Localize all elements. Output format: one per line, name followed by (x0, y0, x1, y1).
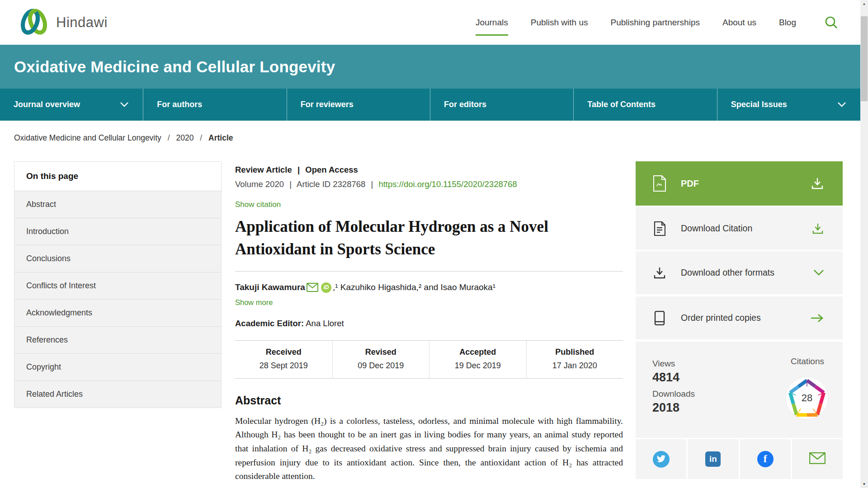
citation-file-icon (653, 221, 666, 236)
author-takuji-kawamura[interactable]: Takuji Kawamura (235, 282, 305, 292)
date-accepted: Accepted 19 Dec 2019 (429, 341, 526, 378)
share-twitter-button[interactable] (636, 439, 686, 479)
chevron-down-icon (120, 102, 128, 107)
journal-title: Oxidative Medicine and Cellular Longevit… (14, 58, 335, 76)
breadcrumb-year[interactable]: 2020 (176, 133, 194, 142)
date-received: Received 28 Sept 2019 (235, 341, 332, 378)
author-rest: ,¹ Kazuhiko Higashida,² and Isao Muraoka… (333, 282, 495, 292)
chevron-down-icon (838, 102, 846, 107)
breadcrumb-journal[interactable]: Oxidative Medicine and Cellular Longevit… (14, 133, 161, 142)
book-icon (653, 311, 666, 325)
toc-item-references[interactable]: References (14, 326, 221, 353)
on-this-page-title: On this page (14, 162, 221, 191)
order-printed-copies-button[interactable]: Order printed copies (636, 296, 843, 339)
date-published: Published 17 Jan 2020 (526, 341, 623, 378)
hindawi-logo[interactable]: Hindawi (18, 8, 108, 38)
share-facebook-button[interactable]: f (740, 439, 791, 479)
jnav-special-issues[interactable]: Special Issues (717, 89, 860, 121)
article-title: Application of Molecular Hydrogen as a N… (235, 216, 623, 261)
abstract-text: Molecular hydrogen (H₂) is a colorless, … (235, 414, 623, 483)
journal-banner: Oxidative Medicine and Cellular Longevit… (0, 45, 860, 89)
toc-item-introduction[interactable]: Introduction (14, 218, 221, 245)
show-more-link[interactable]: Show more (235, 298, 273, 307)
nav-journals[interactable]: Journals (476, 11, 508, 34)
journal-nav: Journal overview For authors For reviewe… (0, 89, 860, 121)
jnav-for-editors[interactable]: For editors (430, 89, 574, 121)
date-revised: Revised 09 Dec 2019 (332, 341, 429, 378)
altmetric-score: 28 (785, 376, 829, 420)
toc-item-abstract[interactable]: Abstract (14, 191, 221, 218)
site-header: Hindawi Journals Publish with us Publish… (0, 0, 860, 45)
download-citation-button[interactable]: Download Citation (636, 207, 843, 250)
download-icon (812, 223, 824, 235)
toc-item-acknowledgments[interactable]: Acknowledgments (14, 299, 221, 326)
on-this-page-panel: On this page Abstract Introduction Concl… (14, 161, 222, 408)
social-share-row: in f (636, 439, 843, 479)
top-nav: Journals Publish with us Publishing part… (476, 11, 839, 34)
altmetric-badge[interactable]: 28 (785, 376, 829, 420)
toc-item-conclusions[interactable]: Conclusions (14, 245, 221, 272)
nav-about-us[interactable]: About us (722, 11, 756, 34)
nav-publish-with-us[interactable]: Publish with us (531, 11, 588, 34)
citations-label: Citations (791, 357, 824, 366)
page-scrollbar[interactable]: ▲ ▼ (860, 0, 868, 488)
doi-link[interactable]: https://doi.org/10.1155/2020/2328768 (378, 179, 517, 189)
hindawi-logo-text: Hindawi (56, 14, 108, 31)
email-author-icon[interactable] (307, 283, 318, 292)
academic-editor-name: Ana Lloret (306, 319, 344, 328)
email-icon (809, 452, 826, 466)
show-citation-link[interactable]: Show citation (235, 200, 281, 209)
scrollbar-down-arrow[interactable]: ▼ (860, 480, 868, 488)
jnav-for-authors[interactable]: For authors (143, 89, 287, 121)
article-meta-line: Volume 2020 | Article ID 2328768 | https… (235, 179, 623, 189)
toc-item-related-articles[interactable]: Related Articles (14, 380, 221, 408)
chevron-down-icon (814, 270, 824, 276)
article-type-line: Review Article | Open Access (235, 165, 623, 175)
title-divider (235, 271, 623, 272)
breadcrumb-article: Article (208, 133, 233, 142)
academic-editor-line: Academic Editor: Ana Lloret (235, 319, 623, 328)
search-icon[interactable] (824, 15, 839, 30)
download-icon (811, 177, 824, 190)
article-main: Review Article | Open Access Volume 2020… (235, 161, 623, 483)
metrics-panel: Views 4814 Downloads 2018 Citations (636, 342, 843, 438)
abstract-heading: Abstract (235, 394, 623, 407)
linkedin-icon: in (705, 451, 721, 467)
scrollbar-thumb[interactable] (861, 16, 868, 101)
pdf-download-button[interactable]: PDF (636, 161, 843, 206)
scrollbar-up-arrow[interactable]: ▲ (860, 0, 868, 8)
download-tray-icon (653, 267, 666, 279)
toc-item-copyright[interactable]: Copyright (14, 353, 221, 380)
nav-blog[interactable]: Blog (779, 11, 796, 34)
share-email-button[interactable] (792, 439, 843, 479)
toc-item-conflicts[interactable]: Conflicts of Interest (14, 272, 221, 299)
dates-table: Received 28 Sept 2019 Revised 09 Dec 201… (235, 340, 623, 379)
pdf-file-icon (653, 175, 666, 192)
share-linkedin-button[interactable]: in (688, 439, 738, 479)
jnav-journal-overview[interactable]: Journal overview (0, 89, 143, 121)
twitter-icon (653, 451, 670, 468)
hindawi-logo-icon (18, 8, 50, 38)
facebook-icon: f (757, 451, 774, 467)
action-sidebar: PDF Download Citation (636, 161, 843, 479)
author-list: Takuji Kawamura iD ,¹ Kazuhiko Higashida… (235, 282, 623, 293)
download-other-formats-button[interactable]: Download other formats (636, 251, 843, 294)
nav-publishing-partnerships[interactable]: Publishing partnerships (610, 11, 700, 34)
breadcrumb: Oxidative Medicine and Cellular Longevit… (14, 133, 233, 143)
jnav-table-of-contents[interactable]: Table of Contents (574, 89, 717, 121)
jnav-for-reviewers[interactable]: For reviewers (287, 89, 430, 121)
orcid-icon[interactable]: iD (321, 282, 331, 293)
arrow-right-icon (810, 313, 824, 323)
